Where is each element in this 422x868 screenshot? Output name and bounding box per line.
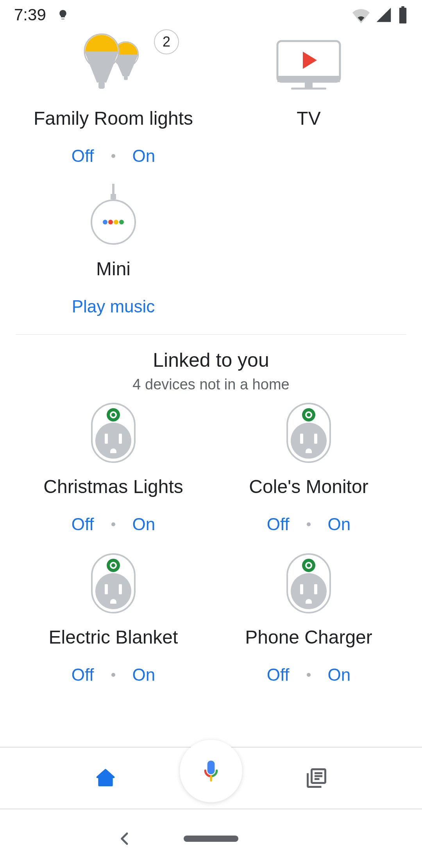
svg-rect-3 [98,82,105,89]
svg-point-14 [119,220,124,224]
svg-point-28 [107,559,120,572]
plug-off-button[interactable]: Off [267,515,290,534]
plug-off-button[interactable]: Off [72,515,94,534]
android-statusbar: 7:39 [0,0,422,29]
separator-dot [111,522,115,526]
device-title: Mini [96,258,131,280]
separator-dot [307,673,311,677]
svg-rect-1 [124,75,128,80]
smart-plug-icon [285,552,332,615]
tv-icon [275,35,342,94]
plug-on-button[interactable]: On [328,665,351,685]
svg-rect-9 [111,194,116,199]
svg-rect-38 [314,584,317,594]
device-title: Electric Blanket [49,626,178,648]
voice-assistant-button[interactable] [180,740,242,802]
activity-icon [305,766,328,790]
device-title: Family Room lights [34,108,193,129]
svg-rect-7 [291,88,326,90]
svg-point-36 [291,573,327,609]
home-tab[interactable] [0,748,211,809]
device-title: TV [297,108,320,129]
gesture-pill[interactable] [184,836,238,842]
activity-tab[interactable] [211,748,422,809]
device-title: Cole's Monitor [249,476,368,497]
svg-rect-6 [305,82,313,88]
linked-section-subtitle: 4 devices not in a home [0,376,422,393]
device-title: Phone Charger [245,626,372,648]
plug-off-button[interactable]: Off [267,665,290,685]
separator-dot [111,673,115,677]
signal-icon [375,6,392,23]
svg-point-10 [91,200,135,244]
section-separator [16,334,406,335]
battery-icon [398,6,408,23]
separator-dot [111,154,115,158]
svg-point-13 [114,220,118,224]
svg-rect-19 [105,434,108,444]
svg-rect-20 [119,434,122,444]
statusbar-time: 7:39 [14,5,46,24]
device-card-lights[interactable]: 2 Family Room lights Off On [16,29,211,180]
play-music-button[interactable]: Play music [72,297,155,316]
svg-rect-26 [314,434,317,444]
android-system-nav [0,809,422,868]
notification-icon [57,9,69,21]
plug-on-button[interactable]: On [328,515,351,534]
home-icon [95,767,116,789]
svg-point-22 [302,408,315,421]
lights-on-button[interactable]: On [132,146,156,166]
plug-off-button[interactable]: Off [72,665,94,685]
device-card-plug[interactable]: Phone Charger Off On [211,548,406,699]
svg-rect-25 [300,434,303,444]
device-card-tv[interactable]: TV [211,29,406,180]
smart-plug-icon [90,402,137,464]
device-card-plug[interactable]: Electric Blanket Off On [16,548,211,699]
svg-point-12 [108,220,113,224]
linked-section-title: Linked to you [0,349,422,371]
svg-point-16 [107,408,120,421]
device-card-plug[interactable]: Cole's Monitor Off On [211,398,406,548]
speaker-icon [88,184,139,246]
device-card-speaker[interactable]: Mini Play music [16,180,211,330]
svg-rect-37 [300,584,303,594]
plug-on-button[interactable]: On [132,515,156,534]
back-icon[interactable] [117,831,133,846]
svg-point-18 [95,423,131,459]
svg-rect-31 [105,584,108,594]
smart-plug-icon [90,552,137,615]
mic-icon [198,759,224,784]
svg-point-30 [95,573,131,609]
svg-point-24 [291,423,327,459]
plug-on-button[interactable]: On [132,665,156,685]
wifi-icon [352,6,370,23]
lights-off-button[interactable]: Off [72,146,94,166]
light-count-badge: 2 [154,29,179,54]
separator-dot [307,522,311,526]
device-card-plug[interactable]: Christmas Lights Off On [16,398,211,548]
device-title: Christmas Lights [43,476,183,497]
svg-point-34 [302,559,315,572]
svg-point-11 [103,220,107,224]
svg-rect-5 [277,76,340,82]
lightbulb-group-icon [74,33,152,96]
svg-rect-32 [119,584,122,594]
smart-plug-icon [285,402,332,464]
